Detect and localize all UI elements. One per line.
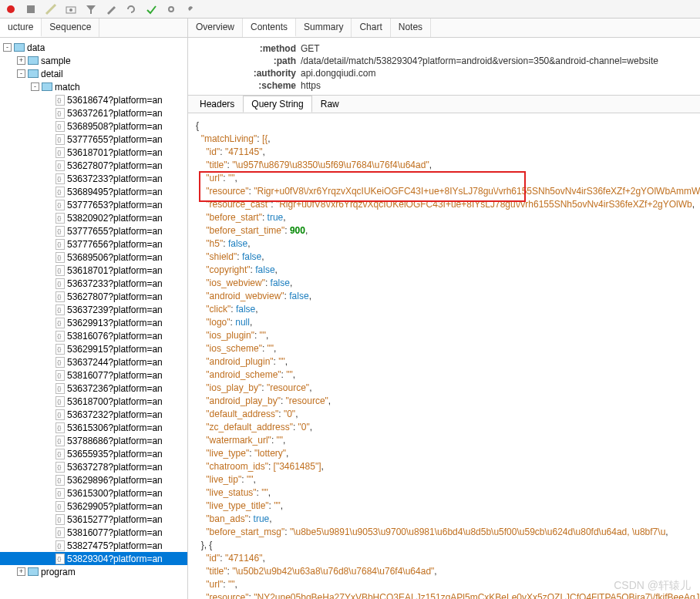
tree-item[interactable]: -detail [0, 67, 187, 80]
tree-item[interactable]: 53777655?platform=an [0, 224, 187, 237]
subtab-raw[interactable]: Raw [312, 96, 348, 113]
camera-icon[interactable] [65, 3, 77, 15]
json-line: "title": "\u957f\u8679\u8350\u5f69\u7684… [196, 159, 692, 172]
tree-label: 53689495?platform=an [67, 187, 163, 197]
tree-item[interactable]: -match [0, 80, 187, 93]
tree-item[interactable]: 53629896?platform=an [0, 473, 187, 486]
file-icon [56, 187, 65, 197]
tree-label: 53618701?platform=an [67, 147, 163, 158]
tree-item[interactable]: 53618701?platform=an [0, 264, 187, 277]
tree-item[interactable]: 53629905?platform=an [0, 500, 187, 513]
tree-toggle-icon[interactable]: - [3, 43, 12, 52]
record-icon[interactable] [5, 3, 17, 15]
json-line: "h5": false, [196, 237, 692, 251]
json-line: "default_address": "0", [196, 408, 692, 421]
right-tab-summary[interactable]: Summary [296, 19, 352, 37]
json-line: "ios_webview": false, [196, 277, 692, 290]
tree-item[interactable]: 53829304?platform=an [0, 552, 187, 565]
tree-item[interactable]: 53615306?platform=an [0, 421, 187, 434]
tree-label: 53629915?platform=an [67, 344, 163, 355]
subtab-query-string[interactable]: Query String [243, 96, 311, 113]
file-icon [56, 200, 65, 210]
json-line: "live_type_title": "", [196, 500, 692, 513]
tree-item[interactable]: 53615277?platform=an [0, 513, 187, 526]
json-line: "live_type": "lottery", [196, 447, 692, 460]
tree-toggle-icon[interactable]: + [17, 56, 25, 65]
tree-item[interactable]: 53788686?platform=an [0, 434, 187, 447]
settings-icon[interactable] [165, 3, 177, 15]
tree-item[interactable]: 53615300?platform=an [0, 486, 187, 500]
tree-item[interactable]: 53689495?platform=an [0, 185, 187, 198]
tree-item[interactable]: 53618701?platform=an [0, 146, 187, 159]
tree-view[interactable]: -data+sample-detail-match53618674?platfo… [0, 38, 187, 599]
json-viewer[interactable]: { "matchLiving": [{, "id": "471145", "ti… [188, 113, 700, 599]
tree-label: 53777656?platform=an [67, 239, 163, 250]
json-line: "ios_plugin": "", [196, 329, 692, 342]
tree-item[interactable]: 53820902?platform=an [0, 211, 187, 224]
right-tab-overview[interactable]: Overview [188, 19, 243, 37]
wrench-icon[interactable] [185, 3, 197, 15]
tree-item[interactable]: 53627807?platform=an [0, 159, 187, 172]
tree-item[interactable]: 53777656?platform=an [0, 237, 187, 251]
tree-label: 53637233?platform=an [67, 173, 163, 184]
tree-item[interactable]: 53689508?platform=an [0, 119, 187, 133]
svg-rect-1 [27, 5, 35, 13]
tree-item[interactable]: 53629915?platform=an [0, 342, 187, 355]
left-tab-ucture[interactable]: ucture [0, 19, 42, 37]
tree-item[interactable]: 53618674?platform=an [0, 93, 187, 106]
repeat-icon[interactable] [125, 3, 137, 15]
tree-toggle-icon[interactable]: - [31, 82, 39, 91]
tree-item[interactable]: 53637233?platform=an [0, 172, 187, 185]
file-icon [56, 95, 65, 106]
tree-item[interactable]: 53637278?platform=an [0, 460, 187, 473]
right-tab-contents[interactable]: Contents [243, 19, 296, 37]
tree-item[interactable]: 53629913?platform=an [0, 316, 187, 329]
tree-item[interactable]: 53816077?platform=an [0, 526, 187, 539]
tree-item[interactable]: 53816076?platform=an [0, 329, 187, 342]
broom-icon[interactable] [45, 3, 57, 15]
tree-item[interactable]: 53637239?platform=an [0, 303, 187, 316]
tree-toggle-icon[interactable]: - [17, 69, 25, 78]
left-tab-sequence[interactable]: Sequence [42, 19, 99, 37]
tree-item[interactable]: 53637236?platform=an [0, 382, 187, 395]
check-icon[interactable] [145, 3, 157, 15]
tree-label: data [27, 42, 45, 53]
tree-label: 53788686?platform=an [67, 436, 163, 446]
file-icon [56, 173, 65, 184]
pencil-icon[interactable] [105, 3, 117, 15]
tree-label: 53816076?platform=an [67, 331, 163, 342]
right-tab-notes[interactable]: Notes [391, 19, 431, 37]
scheme-value: https [296, 79, 321, 92]
json-line: "ios_scheme": "", [196, 342, 692, 355]
tree-item[interactable]: 53777653?platform=an [0, 198, 187, 211]
file-icon [56, 331, 65, 342]
subtab-headers[interactable]: Headers [191, 96, 243, 113]
file-icon [56, 252, 65, 263]
tree-toggle-icon[interactable]: + [17, 567, 25, 576]
tree-item[interactable]: 53627807?platform=an [0, 290, 187, 303]
tree-item[interactable]: 53637233?platform=an [0, 277, 187, 290]
json-line: "android_webview": false, [196, 290, 692, 303]
tree-label: 53637244?platform=an [67, 357, 163, 368]
tree-item[interactable]: 53637244?platform=an [0, 355, 187, 368]
tree-item[interactable]: 53689506?platform=an [0, 251, 187, 264]
tree-label: 53637261?platform=an [67, 108, 163, 119]
tree-item[interactable]: 53637261?platform=an [0, 106, 187, 119]
tree-item[interactable]: -data [0, 41, 187, 54]
tree-item[interactable]: 53816077?platform=an [0, 368, 187, 382]
filter-icon[interactable] [85, 3, 97, 15]
folder-icon [28, 69, 39, 78]
right-tab-chart[interactable]: Chart [352, 19, 390, 37]
stop-icon[interactable] [25, 3, 37, 15]
tree-item[interactable]: +program [0, 565, 187, 578]
tree-item[interactable]: 53777655?platform=an [0, 133, 187, 146]
tree-item[interactable]: 53618700?platform=an [0, 395, 187, 408]
folder-icon [42, 82, 52, 91]
tree-item[interactable]: 53827475?platform=an [0, 539, 187, 552]
tree-item[interactable]: 53655935?platform=an [0, 447, 187, 460]
tree-item[interactable]: +sample [0, 54, 187, 67]
tree-label: 53820902?platform=an [67, 213, 163, 224]
svg-point-4 [169, 7, 173, 12]
tree-item[interactable]: 53637232?platform=an [0, 408, 187, 421]
json-line: "watermark_url": "", [196, 434, 692, 447]
